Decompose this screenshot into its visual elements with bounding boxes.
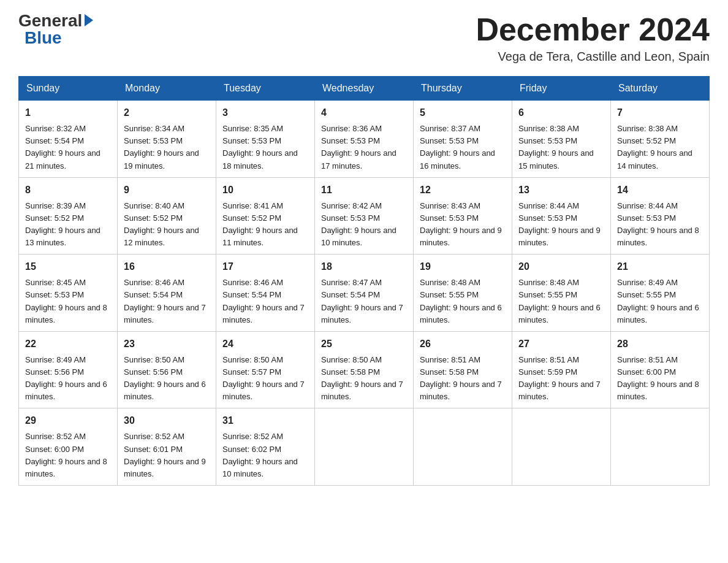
logo-blue-text: Blue [25, 29, 62, 47]
calendar-cell: 10 Sunrise: 8:41 AMSunset: 5:52 PMDaylig… [216, 177, 315, 255]
day-info: Sunrise: 8:51 AMSunset: 6:00 PMDaylight:… [617, 355, 699, 401]
header-wednesday: Wednesday [315, 77, 414, 101]
calendar-cell: 11 Sunrise: 8:42 AMSunset: 5:53 PMDaylig… [315, 177, 414, 255]
day-number: 29 [25, 413, 111, 428]
calendar-cell: 14 Sunrise: 8:44 AMSunset: 5:53 PMDaylig… [611, 177, 710, 255]
location-text: Vega de Tera, Castille and Leon, Spain [476, 50, 710, 64]
day-info: Sunrise: 8:49 AMSunset: 5:56 PMDaylight:… [25, 355, 107, 401]
day-number: 18 [321, 259, 407, 274]
day-info: Sunrise: 8:50 AMSunset: 5:56 PMDaylight:… [124, 355, 206, 401]
day-info: Sunrise: 8:47 AMSunset: 5:54 PMDaylight:… [321, 278, 403, 324]
calendar-cell: 7 Sunrise: 8:38 AMSunset: 5:52 PMDayligh… [611, 101, 710, 178]
day-info: Sunrise: 8:50 AMSunset: 5:57 PMDaylight:… [222, 355, 305, 401]
day-number: 31 [222, 413, 308, 428]
header-tuesday: Tuesday [216, 77, 315, 101]
day-info: Sunrise: 8:34 AMSunset: 5:53 PMDaylight:… [124, 124, 199, 170]
day-info: Sunrise: 8:49 AMSunset: 5:55 PMDaylight:… [617, 278, 699, 324]
calendar-cell: 13 Sunrise: 8:44 AMSunset: 5:53 PMDaylig… [512, 177, 611, 255]
day-info: Sunrise: 8:32 AMSunset: 5:54 PMDaylight:… [25, 124, 100, 170]
day-info: Sunrise: 8:44 AMSunset: 5:53 PMDaylight:… [518, 201, 601, 247]
day-number: 17 [222, 259, 308, 274]
day-number: 13 [518, 183, 604, 197]
day-info: Sunrise: 8:40 AMSunset: 5:52 PMDaylight:… [124, 201, 199, 247]
calendar-cell: 31 Sunrise: 8:52 AMSunset: 6:02 PMDaylig… [216, 408, 315, 486]
calendar-cell: 6 Sunrise: 8:38 AMSunset: 5:53 PMDayligh… [512, 101, 611, 178]
day-number: 19 [420, 259, 506, 274]
header-thursday: Thursday [414, 77, 512, 101]
day-number: 3 [222, 105, 308, 120]
calendar-week-row: 29 Sunrise: 8:52 AMSunset: 6:00 PMDaylig… [19, 408, 710, 486]
calendar-cell: 1 Sunrise: 8:32 AMSunset: 5:54 PMDayligh… [19, 101, 118, 178]
calendar-week-row: 1 Sunrise: 8:32 AMSunset: 5:54 PMDayligh… [19, 101, 710, 178]
day-number: 2 [124, 105, 210, 120]
day-info: Sunrise: 8:42 AMSunset: 5:53 PMDaylight:… [321, 201, 396, 247]
day-info: Sunrise: 8:51 AMSunset: 5:59 PMDaylight:… [518, 355, 601, 401]
day-info: Sunrise: 8:46 AMSunset: 5:54 PMDaylight:… [222, 278, 305, 324]
header-friday: Friday [512, 77, 611, 101]
day-number: 10 [222, 183, 308, 197]
header-sunday: Sunday [19, 77, 118, 101]
calendar-cell: 26 Sunrise: 8:51 AMSunset: 5:58 PMDaylig… [414, 331, 512, 408]
calendar-header-row: SundayMondayTuesdayWednesdayThursdayFrid… [19, 77, 710, 101]
calendar-cell: 3 Sunrise: 8:35 AMSunset: 5:53 PMDayligh… [216, 101, 315, 178]
day-number: 11 [321, 183, 407, 197]
day-info: Sunrise: 8:37 AMSunset: 5:53 PMDaylight:… [420, 124, 495, 170]
calendar-week-row: 22 Sunrise: 8:49 AMSunset: 5:56 PMDaylig… [19, 331, 710, 408]
calendar-cell: 17 Sunrise: 8:46 AMSunset: 5:54 PMDaylig… [216, 255, 315, 332]
day-number: 6 [518, 105, 604, 120]
day-info: Sunrise: 8:46 AMSunset: 5:54 PMDaylight:… [124, 278, 206, 324]
day-info: Sunrise: 8:43 AMSunset: 5:53 PMDaylight:… [420, 201, 502, 247]
day-number: 15 [25, 259, 111, 274]
calendar-cell: 19 Sunrise: 8:48 AMSunset: 5:55 PMDaylig… [414, 255, 512, 332]
day-info: Sunrise: 8:52 AMSunset: 6:01 PMDaylight:… [124, 432, 206, 478]
day-number: 16 [124, 259, 210, 274]
day-info: Sunrise: 8:41 AMSunset: 5:52 PMDaylight:… [222, 201, 298, 247]
calendar-cell [512, 408, 611, 486]
day-info: Sunrise: 8:39 AMSunset: 5:52 PMDaylight:… [25, 201, 100, 247]
day-number: 27 [518, 337, 604, 351]
day-number: 5 [420, 105, 506, 120]
calendar-cell [414, 408, 512, 486]
day-info: Sunrise: 8:38 AMSunset: 5:53 PMDaylight:… [518, 124, 594, 170]
day-number: 20 [518, 259, 604, 274]
day-info: Sunrise: 8:38 AMSunset: 5:52 PMDaylight:… [617, 124, 692, 170]
day-number: 7 [617, 105, 703, 120]
day-info: Sunrise: 8:48 AMSunset: 5:55 PMDaylight:… [518, 278, 601, 324]
calendar-cell: 4 Sunrise: 8:36 AMSunset: 5:53 PMDayligh… [315, 101, 414, 178]
calendar-cell: 8 Sunrise: 8:39 AMSunset: 5:52 PMDayligh… [19, 177, 118, 255]
day-info: Sunrise: 8:44 AMSunset: 5:53 PMDaylight:… [617, 201, 699, 247]
calendar-week-row: 8 Sunrise: 8:39 AMSunset: 5:52 PMDayligh… [19, 177, 710, 255]
calendar-cell: 23 Sunrise: 8:50 AMSunset: 5:56 PMDaylig… [118, 331, 216, 408]
day-number: 12 [420, 183, 506, 197]
calendar-cell: 16 Sunrise: 8:46 AMSunset: 5:54 PMDaylig… [118, 255, 216, 332]
day-number: 26 [420, 337, 506, 351]
day-number: 25 [321, 337, 407, 351]
calendar-cell: 22 Sunrise: 8:49 AMSunset: 5:56 PMDaylig… [19, 331, 118, 408]
day-number: 4 [321, 105, 407, 120]
logo-general-text: General [18, 12, 82, 29]
calendar-cell: 12 Sunrise: 8:43 AMSunset: 5:53 PMDaylig… [414, 177, 512, 255]
day-number: 1 [25, 105, 111, 120]
calendar-cell: 29 Sunrise: 8:52 AMSunset: 6:00 PMDaylig… [19, 408, 118, 486]
day-number: 14 [617, 183, 703, 197]
day-info: Sunrise: 8:48 AMSunset: 5:55 PMDaylight:… [420, 278, 502, 324]
page-header: General Blue December 2024 Vega de Tera,… [18, 12, 710, 64]
calendar-cell: 2 Sunrise: 8:34 AMSunset: 5:53 PMDayligh… [118, 101, 216, 178]
day-info: Sunrise: 8:35 AMSunset: 5:53 PMDaylight:… [222, 124, 298, 170]
calendar-week-row: 15 Sunrise: 8:45 AMSunset: 5:53 PMDaylig… [19, 255, 710, 332]
day-number: 23 [124, 337, 210, 351]
calendar-cell [611, 408, 710, 486]
day-info: Sunrise: 8:52 AMSunset: 6:00 PMDaylight:… [25, 432, 107, 478]
calendar-cell [315, 408, 414, 486]
day-info: Sunrise: 8:50 AMSunset: 5:58 PMDaylight:… [321, 355, 403, 401]
header-saturday: Saturday [611, 77, 710, 101]
calendar-cell: 5 Sunrise: 8:37 AMSunset: 5:53 PMDayligh… [414, 101, 512, 178]
calendar-cell: 18 Sunrise: 8:47 AMSunset: 5:54 PMDaylig… [315, 255, 414, 332]
calendar-cell: 24 Sunrise: 8:50 AMSunset: 5:57 PMDaylig… [216, 331, 315, 408]
day-number: 30 [124, 413, 210, 428]
header-monday: Monday [118, 77, 216, 101]
day-info: Sunrise: 8:51 AMSunset: 5:58 PMDaylight:… [420, 355, 502, 401]
day-number: 8 [25, 183, 111, 197]
day-number: 24 [222, 337, 308, 351]
title-section: December 2024 Vega de Tera, Castille and… [476, 12, 710, 64]
